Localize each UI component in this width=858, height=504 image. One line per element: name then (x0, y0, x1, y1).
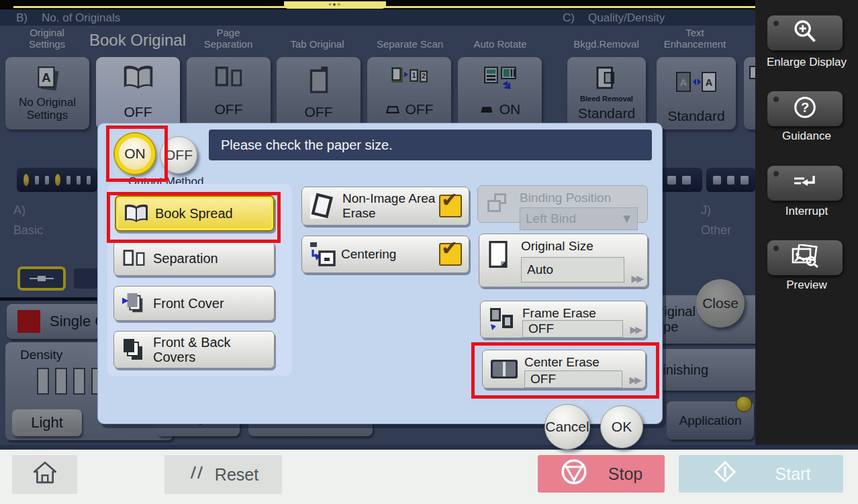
hard-key-sidebar: Enlarge Display ? Guidance Interrupt Pre… (755, 0, 858, 445)
stop-icon (560, 458, 588, 490)
binding-position-button: Binding Position Left Bind ▼ (477, 185, 648, 223)
guidance-button[interactable]: ? (767, 91, 843, 126)
non-image-area-erase-icon (309, 192, 337, 220)
home-button[interactable] (12, 455, 77, 494)
interrupt-button[interactable] (767, 166, 843, 201)
preview-button[interactable] (767, 240, 843, 275)
svg-text:?: ? (801, 100, 809, 115)
frame-erase-icon (487, 307, 517, 334)
guidance-label: Guidance (755, 129, 858, 143)
enlarge-display-label: Enlarge Display (755, 55, 858, 69)
preview-icon (790, 244, 820, 271)
fast-forward-icon: ▶▶ (630, 324, 640, 335)
dialog-message: Please check the paper size. (209, 130, 652, 160)
start-icon (712, 458, 738, 489)
non-image-area-erase-button[interactable]: Non-Image Area Erase ✔ (301, 187, 469, 225)
copier-touch-screen: B) No. of Originals C) Quality/Density O… (0, 0, 858, 504)
front-cover-icon (121, 292, 148, 315)
annotation-on-button (106, 125, 168, 182)
cancel-button[interactable]: Cancel (544, 404, 590, 450)
enlarge-display-button[interactable] (767, 15, 843, 50)
home-icon (32, 460, 58, 489)
stop-button[interactable]: Stop (538, 455, 665, 493)
panel-handle-icon[interactable]: «●» (284, 1, 386, 9)
top-pull-strip: «●» (0, 0, 858, 9)
centering-button[interactable]: Centering ✔ (301, 236, 469, 273)
start-button[interactable]: Start (679, 455, 843, 493)
reset-button[interactable]: Reset (164, 455, 282, 494)
ok-button[interactable]: OK (600, 405, 643, 448)
question-icon: ? (792, 95, 818, 123)
centering-icon (309, 241, 336, 268)
interrupt-label: Interrupt (755, 204, 858, 218)
checkbox-checked-icon: ✔ (439, 195, 462, 217)
front-back-covers-button[interactable]: Front & Back Covers (113, 331, 275, 368)
checkbox-checked-icon: ✔ (439, 243, 462, 266)
main-panel: B) No. of Originals C) Quality/Density O… (0, 0, 755, 445)
dropdown-arrow-icon: ▼ (620, 208, 633, 230)
fast-forward-icon: ▶▶ (631, 273, 642, 284)
zoom-in-icon (792, 18, 818, 48)
front-cover-button[interactable]: Front Cover (113, 286, 275, 321)
original-size-icon (486, 240, 510, 272)
interrupt-icon (792, 173, 818, 193)
annotation-center-erase (471, 342, 659, 399)
front-back-covers-icon (121, 338, 148, 362)
preview-label: Preview (755, 278, 858, 292)
separation-button[interactable]: Separation (113, 241, 275, 276)
bottom-hard-key-bar: Reset Stop Start (0, 445, 858, 504)
binding-position-icon (485, 191, 512, 219)
original-size-button[interactable]: Original Size Auto ▶▶ (479, 234, 648, 287)
reset-icon (188, 464, 205, 485)
separation-icon (121, 248, 148, 268)
frame-erase-button[interactable]: Frame Erase OFF ▶▶ (480, 301, 647, 338)
annotation-book-spread (107, 192, 281, 243)
